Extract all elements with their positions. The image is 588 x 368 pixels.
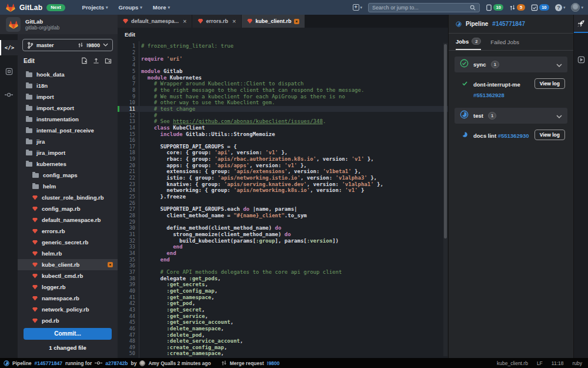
- editor-tab-errors.rb[interactable]: errors.rb×: [192, 15, 242, 28]
- code-line[interactable]: 45 :get_service_account,: [118, 319, 448, 326]
- pipeline-tab-button[interactable]: [574, 15, 588, 33]
- code-line[interactable]: 6 module Kubernetes: [118, 74, 448, 81]
- tree-item-network_policy.rb[interactable]: network_policy.rb: [18, 304, 118, 315]
- menu-groups[interactable]: Groups▾: [119, 4, 142, 11]
- menu-projects[interactable]: Projects▾: [82, 4, 108, 11]
- commit-button[interactable]: Commit...: [24, 328, 112, 340]
- code-line[interactable]: 7 # Wrapper around Kubeclient::Client to…: [118, 81, 448, 87]
- tree-item-cluster_role_binding.rb[interactable]: cluster_role_binding.rb: [18, 192, 118, 203]
- tree-item-pod.rb[interactable]: pod.rb: [18, 315, 118, 324]
- code-line[interactable]: 33 end: [118, 244, 448, 250]
- code-line[interactable]: 37 # Core API methods delegates to the c…: [118, 269, 448, 276]
- code-line[interactable]: 22 istio: { group: 'apis/networking.isti…: [118, 175, 448, 181]
- editor-tab-default_namespa...[interactable]: default_namespa...×: [118, 15, 192, 28]
- tree-item-hook_data[interactable]: hook_data: [18, 69, 118, 80]
- code-line[interactable]: 31 strong_memoize(client_method_name) do: [118, 231, 448, 238]
- tree-item-internal_post_receive[interactable]: internal_post_receive: [18, 125, 118, 136]
- pipeline-id-link[interactable]: #145771847: [35, 360, 62, 366]
- job-id-link[interactable]: #551362928: [473, 92, 505, 98]
- tree-item-kubectl_cmd.rb[interactable]: kubectl_cmd.rb: [18, 270, 118, 281]
- merge-requests-indicator[interactable]: 5: [509, 4, 524, 11]
- editor-scrollbar[interactable]: [443, 43, 447, 356]
- tree-item-logger.rb[interactable]: logger.rb: [18, 281, 118, 293]
- code-line[interactable]: 32 build_kubeclient(params[:group], para…: [118, 237, 448, 244]
- code-line[interactable]: 39 :get_secrets,: [118, 281, 448, 288]
- code-line[interactable]: 1# frozen_string_literal: true: [118, 43, 448, 49]
- code-line[interactable]: 21 extensions: { group: 'apis/extensions…: [118, 168, 448, 175]
- code-line[interactable]: 18 core: { group: 'api', version: 'v1' }…: [118, 150, 448, 156]
- code-line[interactable]: 29: [118, 218, 448, 225]
- code-line[interactable]: 35 end: [118, 256, 448, 263]
- code-line[interactable]: 26: [118, 200, 448, 206]
- tree-item-kubernetes[interactable]: kubernetes: [18, 158, 118, 170]
- tree-item-config_maps[interactable]: config_maps: [18, 170, 118, 181]
- tree-item-namespace.rb[interactable]: namespace.rb: [18, 293, 118, 304]
- code-line[interactable]: 20 apps: { group: 'apis/apps', version: …: [118, 162, 448, 168]
- tree-item-helm[interactable]: helm: [18, 181, 118, 192]
- code-line[interactable]: 15 include Gitlab::Utils::StrongMemoize: [118, 131, 448, 137]
- search-box[interactable]: [368, 3, 480, 12]
- tree-item-i18n[interactable]: i18n: [18, 80, 118, 91]
- stage-header-sync[interactable]: sync1: [455, 57, 567, 72]
- brand-title[interactable]: GitLab: [19, 4, 42, 12]
- user-menu[interactable]: ▾: [571, 3, 583, 12]
- tree-item-default_namespace.rb[interactable]: default_namespace.rb: [18, 214, 118, 226]
- code-line[interactable]: 16: [118, 137, 448, 144]
- editor-tab-kube_client.rb[interactable]: kube_client.rb: [242, 15, 305, 28]
- code-line[interactable]: 9 # We must have a kubeclient for each A…: [118, 93, 448, 100]
- tree-item-import_export[interactable]: import_export: [18, 102, 118, 114]
- code-line[interactable]: 27 SUPPORTED_API_GROUPS.each do |name, p…: [118, 206, 448, 213]
- code-line[interactable]: 17 SUPPORTED_API_GROUPS = {: [118, 144, 448, 150]
- issues-indicator[interactable]: 10: [486, 4, 503, 11]
- pipeline-id-link[interactable]: #145771847: [492, 21, 525, 27]
- todos-indicator[interactable]: 10: [531, 4, 549, 11]
- code-line[interactable]: 41 :get_namespace,: [118, 294, 448, 300]
- code-line[interactable]: 14 class KubeClient: [118, 125, 448, 131]
- status-language[interactable]: ruby: [572, 360, 582, 366]
- code-line[interactable]: 24 networking: { group: 'apis/networking…: [118, 187, 448, 194]
- pipeline-status-icon[interactable]: [4, 360, 9, 366]
- branch-selector[interactable]: master !9800: [22, 39, 113, 51]
- tree-item-generic_secret.rb[interactable]: generic_secret.rb: [18, 237, 118, 248]
- review-mode-button[interactable]: [0, 64, 18, 79]
- code-line[interactable]: 36: [118, 263, 448, 269]
- code-line[interactable]: 12 #: [118, 112, 448, 118]
- gitlab-logo-icon[interactable]: [6, 3, 15, 12]
- code-line[interactable]: 19 rbac: { group: 'apis/rbac.authorizati…: [118, 156, 448, 163]
- code-line[interactable]: 4: [118, 62, 448, 68]
- stage-header-test[interactable]: test1: [455, 108, 567, 124]
- menu-more[interactable]: More▾: [153, 4, 170, 11]
- tree-item-instrumentation[interactable]: instrumentation: [18, 114, 118, 125]
- code-line[interactable]: 3require 'uri': [118, 55, 448, 62]
- merge-request-link[interactable]: !9800: [267, 360, 280, 366]
- commit-mode-button[interactable]: [0, 87, 18, 102]
- view-log-button[interactable]: View log: [534, 130, 565, 140]
- upload-icon[interactable]: [93, 57, 99, 64]
- code-line[interactable]: 25 }.freeze: [118, 194, 448, 200]
- job-id-link[interactable]: #551362930: [498, 132, 529, 139]
- code-line[interactable]: 40 :get_config_map,: [118, 288, 448, 294]
- code-line[interactable]: 30 define_method(client_method_name) do: [118, 225, 448, 231]
- code-line[interactable]: 13 # See https://github.com/abonas/kubec…: [118, 118, 448, 125]
- code-line[interactable]: 49 :create_config_map,: [118, 344, 448, 351]
- code-line[interactable]: 10 # other way to use the Kubeclient gem…: [118, 100, 448, 106]
- tree-item-kube_client.rb[interactable]: kube_client.rb: [18, 259, 118, 270]
- close-icon[interactable]: ×: [232, 18, 236, 24]
- tree-item-errors.rb[interactable]: errors.rb: [18, 226, 118, 237]
- code-line[interactable]: 5module Gitlab: [118, 68, 448, 75]
- tree-item-jira[interactable]: jira: [18, 136, 118, 147]
- code-line[interactable]: 42 :get_pod,: [118, 300, 448, 307]
- code-line[interactable]: 28 client_method_name = "#{name}_client"…: [118, 213, 448, 219]
- code-line[interactable]: 34 end: [118, 250, 448, 257]
- code-line[interactable]: 50 :create_namespace,: [118, 350, 448, 357]
- search-input[interactable]: [372, 5, 467, 11]
- project-header[interactable]: GitLab gitlab-org/gitlab: [0, 15, 118, 34]
- new-menu-button[interactable]: + ▾: [353, 4, 363, 11]
- code-editor[interactable]: 1# frozen_string_literal: true23require …: [118, 41, 448, 358]
- tab-failed-jobs[interactable]: Failed Jobs: [490, 34, 519, 50]
- code-line[interactable]: 44 :get_service,: [118, 313, 448, 319]
- help-menu[interactable]: ? ▾: [555, 4, 566, 11]
- tree-item-config_map.rb[interactable]: config_map.rb: [18, 203, 118, 214]
- live-preview-button[interactable]: [574, 51, 588, 69]
- status-eol[interactable]: LF: [537, 360, 543, 366]
